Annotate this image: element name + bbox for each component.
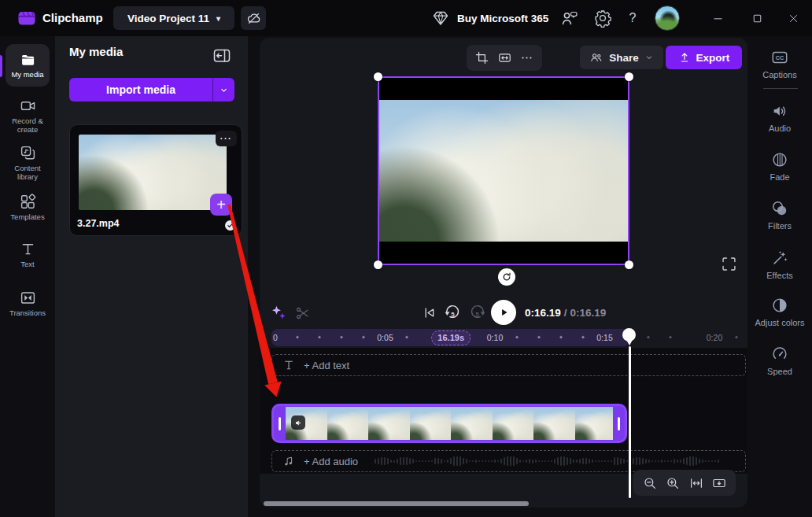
export-button[interactable]: Export — [666, 46, 742, 69]
fit-button[interactable] — [498, 51, 511, 65]
timeline-ruler[interactable]: 00:050:100:150:2016.19s — [260, 329, 747, 346]
ruler-tick-label: 0:20 — [707, 333, 722, 342]
timeline-scrollbar[interactable] — [264, 501, 529, 506]
properties-tab-captions[interactable]: CCCaptions — [747, 49, 812, 80]
trim-handle-left[interactable] — [274, 406, 286, 441]
media-filename: 3.27.mp4 — [77, 218, 120, 229]
import-media-dropdown[interactable] — [212, 78, 234, 102]
video-clip[interactable] — [271, 404, 627, 443]
sidebar-item-templates[interactable]: Templates — [0, 194, 55, 222]
properties-tab-adjust-colors[interactable]: Adjust colors — [747, 297, 812, 328]
gear-icon — [593, 9, 612, 28]
feedback-button[interactable] — [560, 9, 579, 28]
filmstrip-frame — [533, 407, 575, 440]
resize-handle-bottom-right[interactable] — [625, 260, 633, 269]
properties-tab-audio[interactable]: Audio — [747, 102, 812, 134]
split-button[interactable] — [295, 305, 311, 321]
window-maximize-button[interactable] — [745, 9, 769, 27]
cloud-sync-off-button[interactable] — [241, 6, 266, 30]
window-close-button[interactable] — [781, 9, 805, 27]
transitions-icon — [20, 290, 36, 306]
ai-suggestions-button[interactable] — [270, 304, 288, 322]
close-icon — [787, 12, 800, 25]
properties-tab-effects[interactable]: Effects — [747, 249, 812, 281]
add-to-timeline-button[interactable]: + — [210, 194, 232, 216]
clipchamp-window: Clipchamp Video Project 11 ▾ Buy Microso… — [0, 0, 812, 517]
crop-button[interactable] — [475, 51, 489, 65]
properties-tab-speed[interactable]: Speed — [747, 345, 812, 377]
resize-handle-top-right[interactable] — [625, 72, 633, 81]
properties-tab-filters[interactable]: Filters — [747, 200, 812, 231]
media-item-options-button[interactable]: ··· — [216, 131, 237, 146]
project-name-button[interactable]: Video Project 11 ▾ — [113, 6, 234, 30]
properties-tab-label: Speed — [767, 367, 792, 377]
titlebar: Clipchamp Video Project 11 ▾ Buy Microso… — [0, 0, 812, 36]
rotate-icon — [501, 271, 512, 283]
timeline-zoom-controls — [633, 470, 736, 496]
captions-icon: CC — [771, 49, 788, 66]
playhead-line[interactable] — [629, 346, 631, 498]
collapse-tracks-button[interactable] — [712, 476, 726, 490]
clipchamp-logo-icon — [17, 9, 36, 28]
forward-5-button[interactable]: 5 — [469, 304, 486, 321]
zoom-to-fit-button[interactable] — [689, 476, 703, 490]
export-up-arrow-icon — [678, 51, 691, 64]
window-minimize-button[interactable] — [706, 9, 729, 27]
zoom-in-icon — [666, 476, 680, 490]
ruler-tick-label: 0:10 — [487, 333, 503, 342]
minimize-icon — [711, 12, 725, 25]
skip-to-start-button[interactable] — [422, 305, 437, 320]
trim-handle-right[interactable] — [613, 406, 625, 441]
resize-handle-bottom-left[interactable] — [374, 260, 382, 269]
rewind-5-button[interactable]: 5 — [444, 304, 461, 321]
zoom-out-button[interactable] — [643, 476, 657, 490]
sidebar-item-transitions[interactable]: Transitions — [0, 290, 55, 318]
sidebar-item-record-create[interactable]: Record & create — [0, 98, 55, 135]
media-item-card[interactable]: ··· + 3.27.mp4 — [69, 124, 242, 236]
help-button[interactable]: ? — [625, 9, 640, 28]
zoom-out-icon — [643, 476, 657, 490]
resize-handle-top-left[interactable] — [374, 72, 382, 81]
sidebar-item-my-media[interactable]: My media — [6, 44, 50, 87]
svg-text:5: 5 — [451, 311, 455, 318]
add-audio-track[interactable]: + Add audio — [271, 450, 746, 472]
filmstrip-frame — [368, 407, 410, 440]
more-tools-button[interactable] — [520, 51, 533, 65]
add-text-track[interactable]: + Add text — [271, 354, 746, 376]
zoom-in-button[interactable] — [666, 476, 680, 490]
sparkle-icon — [270, 304, 288, 322]
video-frame — [379, 100, 628, 242]
account-avatar[interactable] — [655, 6, 680, 31]
cloud-off-icon — [246, 11, 261, 26]
ruler-tick-label: 0:15 — [596, 333, 612, 342]
properties-tab-fade[interactable]: Fade — [747, 151, 812, 183]
sidebar-item-text[interactable]: Text — [0, 241, 55, 269]
settings-button[interactable] — [593, 9, 612, 28]
scissors-icon — [295, 305, 311, 321]
play-button[interactable] — [491, 300, 516, 325]
rotate-handle[interactable] — [498, 268, 515, 286]
templates-icon — [20, 194, 36, 210]
collapse-tracks-icon — [712, 476, 726, 490]
playhead-handle[interactable] — [622, 328, 636, 347]
rewind-5-icon: 5 — [444, 304, 461, 321]
sidebar-item-label: Record & create — [5, 117, 50, 135]
preview-tool-group — [467, 45, 542, 71]
media-thumbnail[interactable] — [79, 135, 227, 210]
fade-icon — [771, 151, 788, 168]
folder-icon — [20, 52, 36, 68]
fullscreen-button[interactable] — [721, 256, 737, 272]
sidebar-item-content-library[interactable]: Content library — [0, 145, 55, 182]
fullscreen-icon — [721, 256, 737, 272]
import-media-button[interactable]: Import media — [69, 78, 234, 102]
filmstrip-frame — [575, 407, 614, 440]
share-button[interactable]: Share — [580, 46, 663, 69]
video-preview[interactable] — [378, 76, 629, 265]
ruler-tick-label: 0:05 — [377, 333, 393, 342]
buy-microsoft-365-button[interactable]: Buy Microsoft 365 — [431, 0, 548, 36]
people-icon — [589, 50, 603, 65]
music-note-icon — [282, 455, 295, 467]
skip-to-start-icon — [422, 305, 437, 320]
collapse-panel-button[interactable] — [212, 46, 231, 62]
rail-divider — [763, 88, 798, 89]
